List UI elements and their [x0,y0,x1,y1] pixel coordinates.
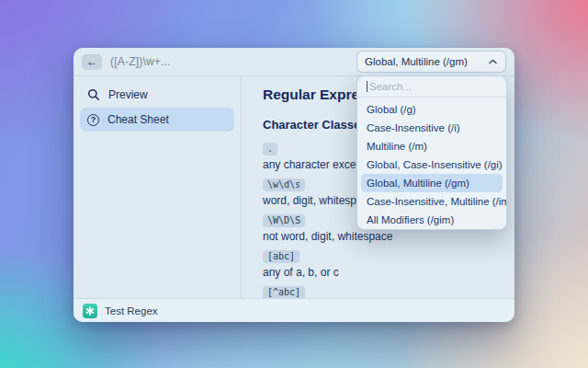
chevron-up-icon [488,58,498,65]
dropdown-option-global-multiline[interactable]: Global, Multiline (/gm) [361,174,503,192]
regex-code-badge: [^abc] [263,286,305,298]
dropdown-option-multiline[interactable]: Multiline (/m) [361,137,503,155]
regex-pattern-text: ([A-Z])\w+... [110,55,171,68]
modifier-dropdown-menu: Search... Global (/g) Case-Insensitive (… [356,75,507,230]
window-header: ← ([A-Z])\w+... Global, Multiline (/gm) [74,48,514,76]
regex-code-badge: \W\D\S [263,214,305,227]
regex-code-description: not word, digit, whitespace [263,230,514,243]
search-placeholder: Search... [369,81,412,92]
question-circle-icon: ? [87,114,99,126]
regex-code-badge: \w\d\s [263,178,305,191]
sidebar: Preview ? Cheat Sheet [74,76,242,298]
modifier-dropdown-button[interactable]: Global, Multiline (/gm) [356,51,506,73]
dropdown-option-list: Global (/g) Case-Insensitive (/i) Multil… [357,98,506,230]
dropdown-option-global[interactable]: Global (/g) [361,100,503,119]
magnifier-icon [87,88,100,101]
regex-code-badge: [abc] [263,250,300,263]
dropdown-option-all-modifiers[interactable]: All Modifiers (/gim) [361,211,503,229]
dropdown-option-case-insensitive-multiline[interactable]: Case-Insensitive, Multiline (/im) [361,192,503,211]
dropdown-search-field[interactable]: Search... [357,76,506,98]
sidebar-item-label: Cheat Sheet [107,113,169,126]
sidebar-item-preview[interactable]: Preview [80,83,234,107]
cheat-entry: [abc] any of a, b, or c [263,247,514,279]
modifier-dropdown-value: Global, Multiline (/gm) [365,56,468,67]
regex-code-badge: . [263,143,277,155]
sidebar-item-cheat-sheet[interactable]: ? Cheat Sheet [80,108,234,132]
app-window: ← ([A-Z])\w+... Global, Multiline (/gm) … [74,48,514,322]
regex-code-description: any of a, b, or c [263,266,514,279]
action-bar: Test Regex [74,298,514,322]
back-arrow-icon: ← [86,56,97,67]
cheat-entry: [^abc] not a, b, or c [263,282,514,298]
dropdown-option-global-case-insensitive[interactable]: Global, Case-Insensitive (/gi) [361,155,503,174]
sidebar-item-label: Preview [108,88,148,101]
back-button[interactable]: ← [82,54,102,70]
app-asterisk-icon [83,304,97,318]
dropdown-option-case-insensitive[interactable]: Case-Insensitive (/i) [361,119,503,137]
text-caret [367,81,368,92]
primary-action-label[interactable]: Test Regex [105,305,158,316]
